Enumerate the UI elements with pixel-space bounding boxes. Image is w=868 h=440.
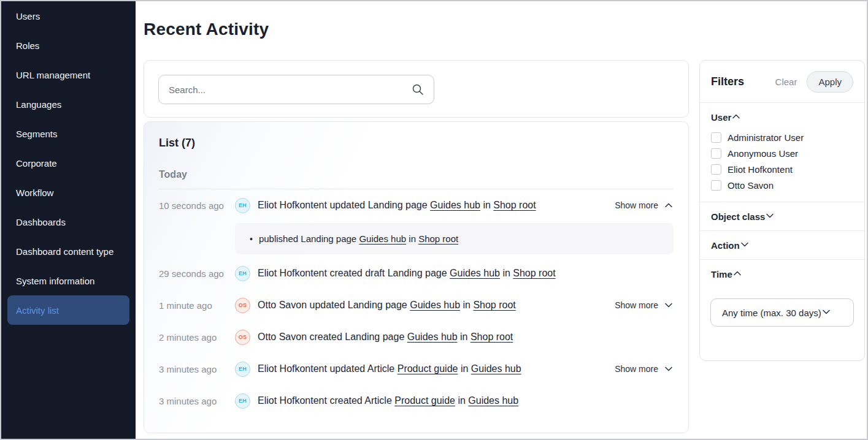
- filter-section-label: Action: [711, 240, 740, 251]
- search-card: [144, 60, 689, 118]
- activity-description: Eliot Hofkontent created draft Landing p…: [258, 268, 556, 279]
- activity-text: Eliot Hofkontent updated Landing page: [258, 200, 430, 210]
- content-link[interactable]: Guides hub: [407, 332, 458, 342]
- filter-section-time-toggle[interactable]: Time: [700, 260, 864, 288]
- content-link[interactable]: Guides hub: [471, 363, 521, 374]
- content-link[interactable]: Shop root: [418, 233, 458, 244]
- search-box: [158, 75, 434, 104]
- user-avatar: EH: [235, 362, 250, 377]
- activity-text: Eliot Hofkontent created Article: [258, 395, 394, 406]
- activity-timestamp: 1 minute ago: [159, 300, 235, 311]
- activity-description: Eliot Hofkontent updated Article Product…: [258, 363, 521, 374]
- content-link[interactable]: Product guide: [394, 395, 455, 406]
- show-more-button[interactable]: Show more: [615, 300, 674, 310]
- sidebar-item-languages[interactable]: Languages: [7, 89, 129, 119]
- sidebar-item-users[interactable]: Users: [7, 1, 129, 31]
- show-more-button[interactable]: Show more: [615, 200, 674, 210]
- activity-rows: 10 seconds agoEHEliot Hofkontent updated…: [159, 189, 674, 417]
- chevron-down-icon: [740, 240, 750, 251]
- date-group-label: Today: [159, 169, 674, 180]
- checkbox-label: Otto Savon: [728, 180, 774, 191]
- sidebar-item-system-information[interactable]: System information: [7, 266, 129, 295]
- filter-section-label: Object class: [711, 211, 765, 222]
- filters-header: Filters Clear Apply: [700, 61, 864, 102]
- sidebar-item-url-management[interactable]: URL management: [7, 60, 129, 89]
- checkbox[interactable]: [711, 164, 721, 175]
- activity-text: in: [406, 233, 418, 244]
- checkbox[interactable]: [711, 132, 721, 143]
- apply-filters-button[interactable]: Apply: [807, 71, 853, 93]
- user-filter-option[interactable]: Anonymous User: [711, 148, 853, 159]
- content-link[interactable]: Shop root: [513, 268, 555, 278]
- chevron-up-icon: [731, 112, 741, 123]
- show-more-label: Show more: [615, 364, 658, 374]
- activity-timestamp: 3 minutes ago: [159, 396, 235, 406]
- sidebar-item-dashboard-content-type[interactable]: Dashboard content type: [7, 237, 129, 266]
- filter-section-object-class: Object class: [700, 202, 864, 230]
- show-more-label: Show more: [615, 200, 658, 210]
- chevron-down-icon: [765, 211, 775, 222]
- chevron-up-icon: [732, 268, 742, 279]
- activity-text: published Landing page: [259, 233, 359, 244]
- app-window: UsersRolesURL managementLanguagesSegment…: [0, 0, 868, 440]
- filter-section-object-class-toggle[interactable]: Object class: [700, 202, 864, 230]
- user-avatar: EH: [235, 266, 250, 281]
- content-link[interactable]: Product guide: [398, 363, 458, 374]
- list-title: List (7): [159, 137, 674, 150]
- content-link[interactable]: Guides hub: [450, 268, 500, 278]
- user-avatar: EH: [235, 393, 250, 409]
- clear-filters-button[interactable]: Clear: [775, 77, 797, 87]
- sidebar-item-roles[interactable]: Roles: [7, 31, 129, 60]
- filter-section-time: Time Any time (max. 30 days): [700, 259, 864, 327]
- chevron-down-icon: [664, 302, 674, 309]
- filter-section-user-toggle[interactable]: User: [700, 103, 864, 131]
- content-link[interactable]: Shop root: [473, 300, 515, 310]
- search-icon[interactable]: [412, 83, 424, 96]
- show-more-button[interactable]: Show more: [615, 364, 674, 374]
- content-link[interactable]: Guides hub: [410, 300, 460, 310]
- checkbox-label: Anonymous User: [728, 148, 798, 159]
- user-filter-option[interactable]: Otto Savon: [711, 180, 853, 191]
- activity-text: in: [455, 395, 468, 406]
- filter-section-label: Time: [711, 269, 732, 279]
- filter-section-action-toggle[interactable]: Action: [700, 231, 864, 259]
- activity-text: in: [480, 200, 493, 210]
- content-link[interactable]: Guides hub: [468, 395, 518, 406]
- user-avatar: OS: [235, 330, 250, 345]
- sidebar-item-workflow[interactable]: Workflow: [7, 178, 129, 207]
- activity-row: 2 minutes agoOSOtto Savon created Landin…: [159, 321, 674, 353]
- activity-description: Eliot Hofkontent created Article Product…: [258, 395, 518, 406]
- filter-section-label: User: [711, 112, 731, 123]
- content-link[interactable]: Shop root: [493, 200, 536, 210]
- user-filter-option[interactable]: Eliot Hofkontent: [711, 164, 853, 175]
- main-area: Recent Activity List (7) Today 10 second…: [136, 1, 867, 439]
- chevron-down-icon: [821, 307, 831, 318]
- activity-detail-panel: •published Landing page Guides hub in Sh…: [235, 223, 674, 254]
- filters-title: Filters: [711, 75, 744, 88]
- sidebar-item-corporate[interactable]: Corporate: [7, 148, 129, 178]
- activity-description: Otto Savon updated Landing page Guides h…: [258, 300, 516, 311]
- show-more-label: Show more: [615, 300, 658, 310]
- time-range-dropdown[interactable]: Any time (max. 30 days): [710, 298, 854, 327]
- activity-row: 3 minutes agoEHEliot Hofkontent updated …: [159, 353, 674, 385]
- checkbox[interactable]: [711, 148, 721, 159]
- activity-row: 3 minutes agoEHEliot Hofkontent created …: [159, 385, 674, 417]
- sidebar-item-segments[interactable]: Segments: [7, 119, 129, 148]
- activity-text: Otto Savon created Landing page: [258, 332, 407, 342]
- search-input[interactable]: [169, 85, 412, 95]
- sidebar-item-dashboards[interactable]: Dashboards: [7, 207, 129, 237]
- filter-section-user: User Administrator UserAnonymous UserEli…: [700, 102, 864, 202]
- content-link[interactable]: Guides hub: [359, 233, 406, 244]
- activity-timestamp: 29 seconds ago: [159, 268, 235, 279]
- activity-text: Eliot Hofkontent created draft Landing p…: [258, 268, 450, 278]
- content-link[interactable]: Guides hub: [430, 200, 480, 210]
- activity-timestamp: 2 minutes ago: [159, 332, 235, 343]
- sidebar-item-activity-list[interactable]: Activity list: [7, 295, 129, 325]
- activity-timestamp: 3 minutes ago: [159, 364, 235, 374]
- detail-text: published Landing page Guides hub in Sho…: [259, 233, 458, 244]
- activity-row: 10 seconds agoEHEliot Hofkontent updated…: [159, 189, 674, 221]
- user-filter-option[interactable]: Administrator User: [711, 132, 853, 143]
- content-link[interactable]: Shop root: [470, 332, 513, 342]
- activity-text: in: [460, 300, 473, 310]
- checkbox[interactable]: [711, 180, 721, 191]
